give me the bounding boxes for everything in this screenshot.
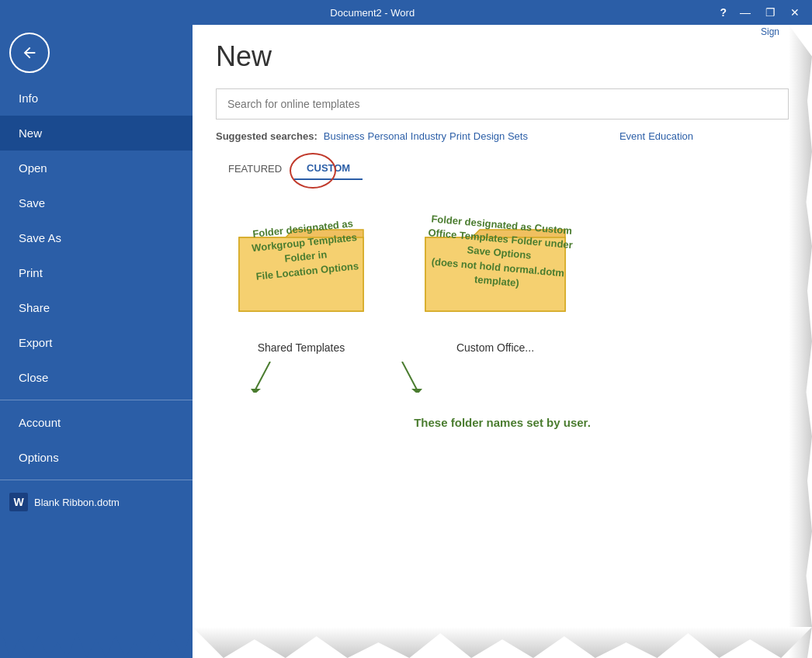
title-bar-title: Document2 - Word bbox=[29, 7, 715, 19]
sign-in-label[interactable]: Sign bbox=[761, 26, 779, 37]
folder-custom-name: Custom Office... bbox=[456, 341, 534, 354]
minimize-button[interactable]: — bbox=[734, 5, 756, 20]
sidebar-item-account[interactable]: Account bbox=[0, 405, 193, 440]
suggested-personal[interactable]: Personal bbox=[368, 130, 408, 142]
suggested-print[interactable]: Print bbox=[449, 130, 470, 142]
sidebar-item-print[interactable]: Print bbox=[0, 255, 193, 290]
sidebar-divider-2 bbox=[0, 480, 193, 480]
page-title: New bbox=[216, 40, 789, 73]
folder-item-custom: Folder designated as CustomOffice Templa… bbox=[418, 214, 573, 354]
sidebar-item-save[interactable]: Save bbox=[0, 185, 193, 220]
sidebar-nav: Info New Open Save Save As Print Share E… bbox=[0, 81, 193, 485]
suggested-event[interactable]: Event bbox=[619, 130, 645, 142]
sidebar-item-save-as[interactable]: Save As bbox=[0, 220, 193, 255]
folder-item-shared: Folder designated asWorkgroup Templates … bbox=[231, 214, 371, 354]
app-container: Info New Open Save Save As Print Share E… bbox=[0, 25, 812, 658]
sidebar-item-options[interactable]: Options bbox=[0, 440, 193, 475]
suggested-design-sets[interactable]: Design Sets bbox=[474, 130, 528, 142]
svg-marker-1 bbox=[251, 389, 261, 393]
suggested-label: Suggested searches: bbox=[216, 130, 318, 142]
sidebar-item-info[interactable]: Info bbox=[0, 81, 193, 116]
tabs: FEATURED CUSTOM bbox=[216, 158, 789, 180]
sidebar-item-share[interactable]: Share bbox=[0, 290, 193, 325]
sidebar-divider-1 bbox=[0, 400, 193, 400]
search-input[interactable] bbox=[216, 88, 789, 119]
help-button[interactable]: ? bbox=[715, 6, 731, 19]
sidebar-item-new[interactable]: New bbox=[0, 116, 193, 151]
suggested-business[interactable]: Business bbox=[324, 130, 365, 142]
sidebar-item-open[interactable]: Open bbox=[0, 151, 193, 185]
template-name: Blank Ribbon.dotm bbox=[34, 497, 120, 508]
back-button[interactable] bbox=[9, 33, 50, 73]
sidebar-item-close[interactable]: Close bbox=[0, 360, 193, 395]
tab-featured[interactable]: FEATURED bbox=[216, 158, 294, 180]
sidebar: Info New Open Save Save As Print Share E… bbox=[0, 25, 193, 658]
folder-shared-name: Shared Templates bbox=[258, 341, 345, 354]
suggested-industry[interactable]: Industry bbox=[411, 130, 446, 142]
suggested-searches: Suggested searches: Business Personal In… bbox=[216, 130, 789, 142]
suggested-education[interactable]: Education bbox=[648, 130, 693, 142]
maximize-button[interactable]: ❐ bbox=[759, 5, 781, 20]
word-icon: W bbox=[9, 493, 28, 511]
title-bar: Document2 - Word ? — ❐ ✕ bbox=[0, 0, 812, 25]
folder-icon-shared[interactable]: Folder designated asWorkgroup Templates … bbox=[231, 214, 371, 331]
sidebar-item-export[interactable]: Export bbox=[0, 325, 193, 360]
content-area: New Suggested searches: Business Persona… bbox=[193, 25, 812, 658]
bottom-annotation: These folder names set by user. bbox=[216, 416, 789, 429]
svg-marker-3 bbox=[411, 389, 422, 393]
close-button[interactable]: ✕ bbox=[784, 5, 806, 20]
folder-area: Folder designated asWorkgroup Templates … bbox=[216, 199, 789, 369]
tab-custom[interactable]: CUSTOM bbox=[294, 158, 363, 180]
tab-custom-wrapper: CUSTOM bbox=[294, 158, 363, 180]
folder-icon-custom[interactable]: Folder designated as CustomOffice Templa… bbox=[418, 214, 573, 331]
template-item[interactable]: W Blank Ribbon.dotm bbox=[0, 485, 193, 519]
